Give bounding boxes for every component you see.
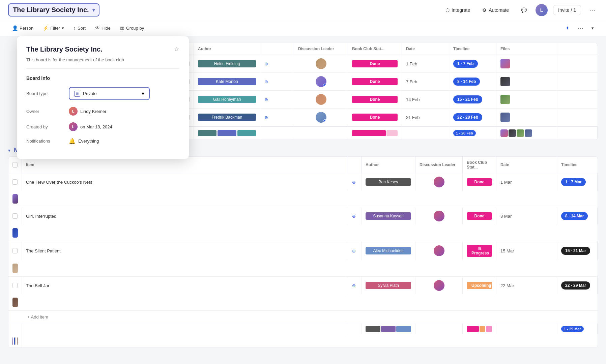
groupby-button[interactable]: ▦ Group by	[116, 23, 148, 33]
row-checkbox[interactable]	[8, 207, 22, 225]
summary-row: 1 - 28 Feb	[180, 126, 598, 140]
board-type-row: Board type ⊞ Private ▾	[26, 87, 179, 100]
table-row: The Bell Jar ⊕ ⊕ Sylvia Plath Upcoming 2…	[8, 277, 598, 311]
march-table-header: Item Author Discussion Leader Book Club …	[8, 157, 598, 173]
leader-avatar	[434, 245, 444, 256]
feb-timeline-4: 22 - 28 Feb	[449, 109, 496, 126]
leader-avatar	[434, 211, 444, 221]
row-checkbox[interactable]	[8, 277, 22, 294]
header-checkbox[interactable]	[12, 162, 18, 168]
march-author-2: Susanna Kaysen	[362, 207, 415, 225]
person-button[interactable]: 👤 Person	[8, 23, 37, 33]
row-add-3[interactable]: ⊕	[348, 241, 362, 260]
add-item-row[interactable]: + Add item	[8, 311, 598, 323]
march-section: ▾ March Madness Item Author Discussion L…	[8, 147, 598, 348]
feb-extra-2	[557, 73, 598, 90]
workspace-title[interactable]: The Library Society Inc. ▾	[8, 3, 99, 17]
summary-empty3	[402, 127, 449, 140]
march-summary-row: 1 - 29 Mar	[8, 323, 598, 347]
row-add-4[interactable]: ⊕	[348, 277, 362, 294]
feb-extra-3	[557, 91, 598, 108]
feb-timeline-2: 8 - 14 Feb	[449, 73, 496, 90]
feb-add-2[interactable]: ⊕	[260, 73, 294, 90]
feb-add-1[interactable]: ⊕	[260, 55, 294, 72]
more-toolbar-button[interactable]: ⋯	[575, 23, 586, 33]
automate-button[interactable]: ⚙ Automate	[479, 5, 512, 15]
feb-files-2	[496, 73, 557, 90]
feb-author-3: Gail Honeyman	[194, 91, 260, 108]
feb-timeline-1: 1 - 7 Feb	[449, 55, 496, 72]
feb-status-4: Done	[348, 109, 402, 126]
workspace-name: The Library Society Inc.	[13, 6, 89, 14]
feb-author-2: Kate Morton	[194, 73, 260, 90]
th-item: Author	[194, 43, 260, 55]
star-button[interactable]: ☆	[174, 46, 179, 53]
hide-icon: 👁	[95, 25, 100, 31]
sort-button[interactable]: ↕ Sort	[69, 23, 90, 33]
ai-button[interactable]: ✦	[561, 24, 573, 33]
row-add-1[interactable]: ⊕	[348, 173, 362, 191]
feb-author-4: Fredrik Backman	[194, 109, 260, 126]
th-timeline: Timeline	[557, 157, 598, 173]
march-files-2	[8, 225, 22, 241]
integrate-button[interactable]: ⬡ Integrate	[442, 5, 473, 15]
leader-avatar	[434, 280, 444, 291]
leader-avatar	[316, 58, 326, 69]
invite-button[interactable]: Invite / 1	[553, 5, 581, 15]
private-icon: ⊞	[74, 91, 80, 97]
created-by-row: Created by L on Mar 18, 2024	[26, 122, 179, 131]
popup-description: This board is for the management of the …	[26, 57, 179, 69]
toolbar-right: ✦ ⋯ ▾	[561, 23, 598, 33]
feb-timeline-3: 15 - 21 Feb	[449, 91, 496, 108]
collapse-button[interactable]: ▾	[587, 24, 598, 33]
file-thumb	[500, 113, 510, 122]
march-collapse-button[interactable]: ▾	[8, 148, 10, 153]
feb-date-3: 14 Feb	[402, 91, 449, 108]
feb-add-4[interactable]: ⊕	[260, 109, 294, 126]
creator-avatar: L	[69, 122, 78, 131]
owner-row: Owner L Lindy Kremer	[26, 107, 179, 116]
summary-empty2	[294, 127, 348, 140]
summary-authors	[194, 127, 260, 140]
march-leader-4	[415, 277, 463, 294]
feb-status-3: Done	[348, 91, 402, 108]
march-table: Item Author Discussion Leader Book Club …	[8, 156, 598, 348]
row-checkbox[interactable]	[8, 173, 22, 191]
th-author: Author	[362, 157, 415, 173]
disc-leader-1	[294, 55, 348, 72]
board-type-select[interactable]: ⊞ Private ▾	[69, 87, 150, 100]
th-disc-leader: Discussion Leader	[294, 43, 348, 55]
hide-button[interactable]: 👁 Hide	[91, 23, 115, 33]
created-by-label: Created by	[26, 124, 63, 129]
feb-status-2: Done	[348, 73, 402, 90]
more-options-button[interactable]: ⋯	[586, 5, 598, 15]
march-status-2: Done	[463, 207, 496, 225]
march-status-3: In Progress	[463, 241, 496, 260]
table-row: Fredrik Backman ⊕ Done 21 Feb 22 - 28 Fe…	[180, 109, 598, 126]
filter-button[interactable]: ⚡ Filter ▾	[39, 23, 68, 33]
row-checkbox[interactable]	[8, 241, 22, 260]
summary-status	[348, 127, 402, 140]
notifications-value: 🔔 Everything	[69, 138, 99, 144]
feb-files-4	[496, 109, 557, 126]
main-content: The Library Society Inc. ☆ This board is…	[0, 36, 606, 364]
th-status: Book Club Stat...	[463, 157, 496, 173]
person-icon: 👤	[12, 25, 18, 31]
row-add-2[interactable]: ⊕	[348, 207, 362, 225]
summary-march-files	[8, 335, 22, 347]
file-thumb	[500, 77, 510, 86]
th-timeline: Timeline	[449, 43, 496, 55]
summary-march-date	[496, 323, 557, 335]
chat-button[interactable]: 💬	[518, 5, 530, 15]
integrate-icon: ⬡	[445, 7, 450, 13]
table-row: Girl, Interrupted ⊕ ⊕ Susanna Kaysen Don…	[8, 207, 598, 241]
summary-empty4	[557, 127, 598, 140]
feb-add-3[interactable]: ⊕	[260, 91, 294, 108]
user-avatar[interactable]: L	[536, 4, 548, 16]
th-icon	[260, 43, 294, 55]
march-timeline-4: 22 - 29 Mar	[557, 277, 598, 294]
summary-empty2	[348, 323, 362, 335]
march-files-3	[8, 260, 22, 276]
feb-extra-1	[557, 55, 598, 72]
sub-toolbar: 👤 Person ⚡ Filter ▾ ↕ Sort 👁 Hide ▦ Grou…	[0, 20, 606, 36]
